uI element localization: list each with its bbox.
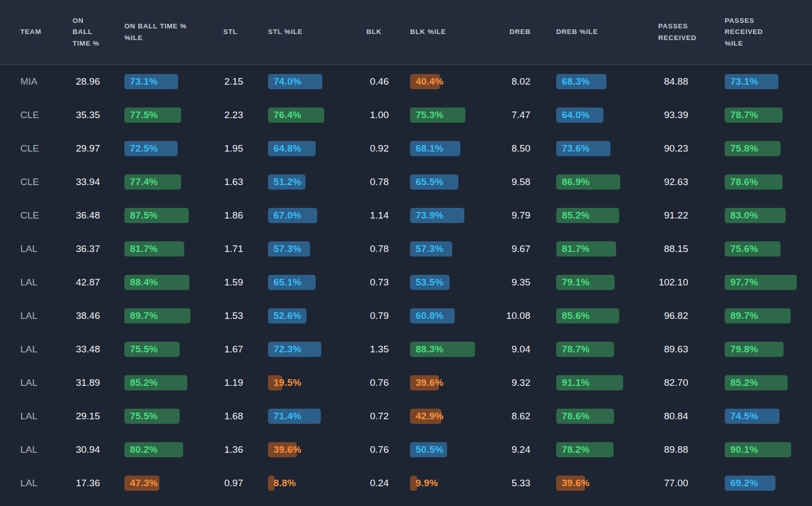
percentile-bar: 85.2% (725, 375, 798, 390)
percentile-value: 74.5% (730, 411, 758, 422)
stat-cell-stl: 1.86 (201, 210, 243, 221)
column-header-stl[interactable]: STL (201, 26, 243, 38)
column-header-on-ball-time-pct[interactable]: ON BALL TIME % (52, 15, 100, 49)
percentile-bar: 50.5% (410, 442, 484, 457)
table-row[interactable]: CLE29.9772.5%1.9564.8%0.9268.1%8.5073.6%… (0, 132, 812, 165)
table-row[interactable]: LAL33.4875.5%1.6772.3%1.3588.3%9.0478.7%… (0, 333, 812, 366)
percentile-bar: 97.7% (725, 275, 798, 290)
percentile-value: 78.7% (562, 344, 590, 355)
table-row[interactable]: LAL17.3647.3%0.978.8%0.249.9%5.3339.6%77… (0, 466, 812, 500)
table-row[interactable]: CLE36.4887.5%1.8667.0%1.1473.9%9.7985.2%… (0, 199, 812, 232)
percentile-cell-dreb-pctile: 86.9% (530, 174, 632, 190)
percentile-value: 64.0% (562, 110, 590, 121)
percentile-bar: 73.1% (124, 74, 198, 89)
percentile-bar: 89.7% (725, 308, 798, 323)
table-row[interactable]: LAL38.4689.7%1.5352.6%0.7960.8%10.0885.6… (0, 299, 812, 333)
percentile-bar: 64.8% (268, 141, 342, 156)
percentile-cell-passes-received-pctile: 75.6% (688, 241, 812, 257)
stat-cell-blk: 0.92 (347, 143, 389, 154)
percentile-value: 75.5% (130, 344, 158, 355)
column-header-passes-received-pctile[interactable]: PASSES RECEIVED %ILE (688, 15, 774, 49)
column-header-blk[interactable]: BLK (347, 26, 389, 38)
stat-cell-blk: 0.78 (347, 176, 389, 188)
stat-cell-on-ball-time-pct: 33.48 (52, 344, 100, 355)
team-cell: CLE (0, 110, 52, 121)
stat-cell-passes-received: 102.10 (632, 277, 688, 288)
percentile-cell-dreb-pctile: 64.0% (530, 107, 632, 123)
table-row[interactable]: CLE35.3577.5%2.2376.4%1.0075.3%7.4764.0%… (0, 98, 812, 132)
percentile-value: 80.2% (130, 444, 158, 455)
percentile-cell-stl-pctile: 51.2% (243, 174, 347, 190)
table-row[interactable]: CLE33.9477.4%1.6351.2%0.7865.5%9.5886.9%… (0, 165, 812, 199)
percentile-bar: 68.1% (410, 141, 484, 156)
table-row[interactable]: LAL31.8985.2%1.1919.5%0.7639.6%9.3291.1%… (0, 366, 812, 400)
table-row[interactable]: LAL42.8788.4%1.5965.1%0.7353.5%9.3579.1%… (0, 266, 812, 299)
percentile-cell-stl-pctile: 65.1% (243, 275, 347, 290)
percentile-cell-stl-pctile: 57.3% (243, 241, 347, 257)
percentile-bar: 78.6% (725, 174, 798, 190)
percentile-cell-passes-received-pctile: 69.2% (688, 476, 812, 491)
stat-cell-passes-received: 89.63 (632, 344, 688, 355)
percentile-bar: 76.4% (268, 107, 342, 123)
percentile-cell-on-ball-time-pctile: 75.5% (100, 342, 201, 357)
percentile-value: 78.6% (562, 411, 590, 422)
percentile-bar: 74.5% (725, 409, 798, 424)
column-header-dreb-pctile[interactable]: DREB %ILE (530, 26, 632, 38)
stat-cell-on-ball-time-pct: 36.48 (52, 210, 100, 221)
stat-cell-dreb: 9.24 (490, 444, 530, 455)
percentile-bar: 85.2% (556, 208, 630, 223)
percentile-cell-dreb-pctile: 85.6% (530, 308, 632, 323)
stat-cell-passes-received: 82.70 (632, 377, 688, 388)
column-header-dreb[interactable]: DREB (490, 26, 530, 38)
percentile-value: 79.1% (562, 277, 590, 288)
column-header-team[interactable]: TEAM (0, 26, 52, 38)
column-header-passes-received[interactable]: PASSES RECEIVED (632, 21, 688, 44)
percentile-cell-on-ball-time-pctile: 89.7% (100, 308, 201, 323)
percentile-value: 65.1% (274, 277, 301, 288)
column-header-blk-pctile[interactable]: BLK %ILE (389, 26, 490, 38)
stat-cell-blk: 0.73 (347, 277, 389, 288)
stat-cell-blk: 0.78 (347, 243, 389, 255)
percentile-value: 73.1% (730, 76, 758, 87)
stat-cell-on-ball-time-pct: 33.94 (52, 176, 100, 188)
percentile-cell-dreb-pctile: 68.3% (530, 74, 632, 89)
percentile-bar: 51.2% (268, 174, 342, 190)
stat-cell-passes-received: 80.84 (632, 411, 688, 422)
stat-cell-dreb: 9.04 (490, 344, 530, 355)
team-cell: LAL (0, 344, 52, 355)
percentile-value: 39.6% (562, 478, 590, 489)
column-header-on-ball-time-pctile[interactable]: ON BALL TIME % %ILE (100, 21, 201, 44)
percentile-cell-stl-pctile: 72.3% (243, 342, 347, 357)
percentile-bar: 65.1% (268, 275, 342, 290)
stat-cell-stl: 1.63 (201, 176, 243, 188)
table-row[interactable]: MIA28.9673.1%2.1574.0%0.4640.4%8.0268.3%… (0, 65, 812, 98)
percentile-bar: 9.9% (410, 476, 484, 491)
percentile-bar: 81.7% (124, 241, 198, 257)
percentile-cell-dreb-pctile: 79.1% (530, 275, 632, 290)
stat-cell-on-ball-time-pct: 28.96 (52, 76, 100, 87)
percentile-bar: 60.8% (410, 308, 484, 323)
stat-cell-dreb: 8.50 (490, 143, 530, 154)
percentile-value: 8.8% (274, 478, 296, 489)
percentile-value: 47.3% (130, 478, 158, 489)
percentile-cell-stl-pctile: 76.4% (243, 107, 347, 123)
table-row[interactable]: LAL36.3781.7%1.7157.3%0.7857.3%9.6781.7%… (0, 232, 812, 266)
percentile-value: 72.3% (274, 344, 301, 355)
stat-cell-stl: 1.95 (201, 143, 243, 154)
percentile-bar: 57.3% (410, 241, 484, 257)
stat-cell-on-ball-time-pct: 35.35 (52, 110, 100, 121)
percentile-value: 39.6% (274, 444, 301, 455)
table-row[interactable]: LAL30.9480.2%1.3639.6%0.7650.5%9.2478.2%… (0, 433, 812, 466)
percentile-value: 71.4% (274, 411, 301, 422)
percentile-cell-dreb-pctile: 85.2% (530, 208, 632, 223)
percentile-bar: 81.7% (556, 241, 630, 257)
percentile-value: 64.8% (274, 143, 301, 154)
percentile-value: 76.4% (274, 110, 301, 121)
column-header-stl-pctile[interactable]: STL %ILE (243, 26, 347, 38)
table-row[interactable]: LAL29.1575.5%1.6871.4%0.7242.9%8.6278.6%… (0, 400, 812, 433)
percentile-bar: 71.4% (268, 409, 342, 424)
percentile-cell-blk-pctile: 68.1% (389, 141, 490, 156)
stat-cell-dreb: 8.62 (490, 411, 530, 422)
percentile-value: 57.3% (416, 243, 444, 255)
percentile-value: 78.6% (730, 176, 758, 188)
